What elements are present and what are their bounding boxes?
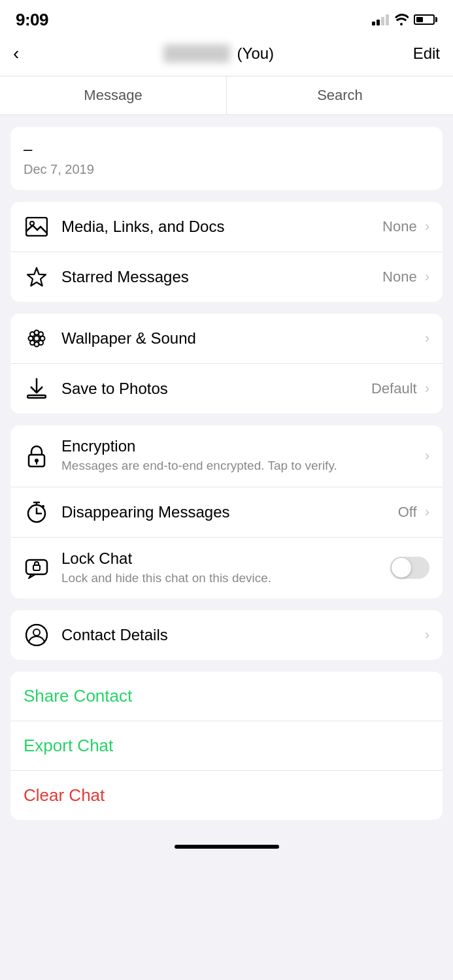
svg-point-1: [30, 221, 34, 225]
media-links-docs-right: None ›: [382, 218, 429, 235]
svg-point-11: [30, 340, 35, 345]
media-links-docs-label: Media, Links, and Docs: [61, 218, 224, 235]
share-contact-label: Share Contact: [24, 686, 132, 706]
settings-section-1: Wallpaper & Sound › Save to Photos Defau…: [10, 314, 443, 414]
nav-title: ██████ (You): [24, 44, 412, 63]
encryption-chevron: ›: [425, 448, 429, 465]
lock-chat-row[interactable]: Lock Chat Lock and hide this chat on thi…: [10, 538, 443, 599]
svg-rect-12: [27, 395, 46, 398]
nav-title-blurred: ██████: [163, 44, 230, 63]
contact-details-label: Contact Details: [61, 626, 168, 644]
media-links-docs-value: None: [382, 218, 417, 235]
nav-title-suffix: (You): [237, 44, 274, 62]
wallpaper-sound-content: Wallpaper & Sound: [61, 329, 425, 348]
action-buttons-row: Message Search: [0, 76, 453, 115]
info-card: – Dec 7, 2019: [10, 127, 443, 190]
lock-chat-label: Lock Chat: [61, 549, 390, 568]
svg-rect-24: [33, 565, 40, 570]
svg-rect-0: [26, 218, 47, 236]
starred-messages-value: None: [382, 269, 417, 286]
save-to-photos-label: Save to Photos: [61, 380, 168, 397]
lock-chat-icon: [24, 555, 50, 581]
disappearing-messages-row[interactable]: Disappearing Messages Off ›: [10, 487, 443, 538]
wallpaper-sound-chevron: ›: [425, 330, 429, 347]
svg-point-9: [39, 340, 43, 345]
save-to-photos-content: Save to Photos: [61, 380, 371, 398]
save-to-photos-chevron: ›: [425, 380, 429, 397]
home-bar: [175, 845, 279, 849]
contact-details-section: Contact Details ›: [10, 610, 443, 660]
save-to-photos-row[interactable]: Save to Photos Default ›: [10, 364, 443, 414]
lock-chat-toggle-knob: [392, 558, 411, 578]
wallpaper-icon: [24, 325, 50, 351]
disappearing-messages-content: Disappearing Messages: [61, 503, 398, 521]
encryption-row[interactable]: Encryption Messages are end-to-end encry…: [10, 425, 443, 487]
info-dash: –: [24, 140, 429, 158]
svg-point-15: [35, 459, 39, 463]
wifi-icon: [394, 14, 409, 25]
svg-point-22: [42, 505, 44, 508]
signal-bars-icon: [372, 14, 389, 25]
contact-details-content: Contact Details: [61, 626, 425, 644]
share-contact-item[interactable]: Share Contact: [10, 672, 443, 721]
svg-point-8: [30, 332, 35, 336]
save-photos-icon: [24, 376, 50, 402]
contact-details-row[interactable]: Contact Details ›: [10, 610, 443, 660]
encryption-sublabel: Messages are end-to-end encrypted. Tap t…: [61, 457, 425, 475]
save-to-photos-value: Default: [371, 380, 417, 397]
starred-messages-row[interactable]: Starred Messages None ›: [10, 252, 443, 302]
media-section: Media, Links, and Docs None › Starred Me…: [10, 202, 443, 302]
lock-chat-sublabel: Lock and hide this chat on this device.: [61, 570, 390, 587]
action-list: Share Contact Export Chat Clear Chat: [10, 672, 443, 820]
starred-messages-right: None ›: [382, 269, 429, 286]
lock-chat-content: Lock Chat Lock and hide this chat on thi…: [61, 549, 390, 587]
starred-messages-chevron: ›: [425, 269, 429, 286]
back-button[interactable]: ‹: [13, 41, 24, 67]
contact-icon: [24, 622, 50, 648]
message-button[interactable]: Message: [0, 76, 227, 114]
lock-icon: [24, 443, 50, 469]
home-indicator: [0, 832, 453, 855]
status-icons: [372, 14, 437, 25]
disappearing-messages-right: Off ›: [398, 504, 429, 521]
battery-icon: [414, 14, 437, 25]
wallpaper-sound-label: Wallpaper & Sound: [61, 329, 196, 347]
encryption-content: Encryption Messages are end-to-end encry…: [61, 437, 425, 475]
lock-chat-right: [390, 557, 429, 579]
svg-point-3: [34, 336, 39, 341]
message-button-label: Message: [84, 87, 142, 103]
clear-chat-item[interactable]: Clear Chat: [10, 771, 443, 820]
export-chat-item[interactable]: Export Chat: [10, 721, 443, 771]
contact-details-right: ›: [425, 627, 429, 644]
encryption-right: ›: [425, 448, 429, 465]
lock-chat-toggle[interactable]: [390, 557, 429, 579]
nav-bar: ‹ ██████ (You) Edit: [0, 35, 453, 76]
settings-section-2: Encryption Messages are end-to-end encry…: [10, 425, 443, 598]
encryption-label: Encryption: [61, 437, 425, 455]
svg-point-26: [33, 629, 40, 636]
disappearing-messages-value: Off: [398, 504, 417, 521]
export-chat-label: Export Chat: [24, 736, 113, 755]
media-links-docs-chevron: ›: [425, 218, 429, 235]
starred-messages-label: Starred Messages: [61, 268, 189, 286]
disappearing-messages-label: Disappearing Messages: [61, 503, 229, 521]
wallpaper-sound-right: ›: [425, 330, 429, 347]
media-icon: [24, 214, 50, 240]
svg-marker-2: [27, 268, 46, 286]
save-to-photos-right: Default ›: [371, 380, 429, 397]
disappearing-icon: [24, 499, 50, 525]
search-button[interactable]: Search: [227, 76, 453, 114]
disappearing-messages-chevron: ›: [425, 504, 429, 521]
media-links-docs-content: Media, Links, and Docs: [61, 218, 382, 236]
contact-details-chevron: ›: [425, 627, 429, 644]
search-button-label: Search: [317, 87, 363, 103]
starred-messages-content: Starred Messages: [61, 268, 382, 286]
media-links-docs-row[interactable]: Media, Links, and Docs None ›: [10, 202, 443, 252]
star-icon: [24, 264, 50, 290]
info-date: Dec 7, 2019: [24, 162, 429, 177]
status-time: 9:09: [16, 10, 48, 30]
wallpaper-sound-row[interactable]: Wallpaper & Sound ›: [10, 314, 443, 364]
edit-button[interactable]: Edit: [413, 44, 440, 63]
clear-chat-label: Clear Chat: [24, 785, 105, 805]
svg-point-10: [39, 332, 43, 336]
